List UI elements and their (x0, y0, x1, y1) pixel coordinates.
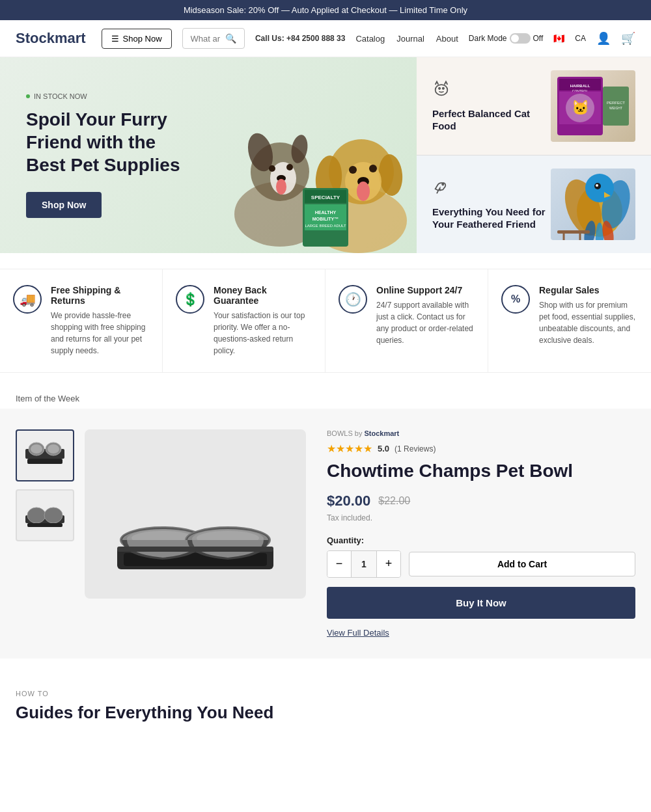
svg-text:🐱: 🐱 (572, 99, 590, 116)
quantity-control: − 1 + (327, 550, 401, 578)
svg-point-6 (269, 165, 275, 172)
svg-point-60 (44, 508, 62, 523)
announcement-text: Midseason Sale: 20% Off — Auto Applied a… (184, 5, 467, 15)
guides-section: HOW TO Guides for Everything You Need (0, 674, 651, 738)
product-images (16, 429, 306, 599)
product-thumbnails (16, 429, 74, 541)
svg-text:WEIGHT: WEIGHT (609, 106, 622, 110)
bird-card[interactable]: Everything You Need for Your Feathered F… (417, 156, 651, 253)
hero-section: IN STOCK NOW Spoil Your Furry Friend wit… (0, 57, 651, 253)
search-icon: 🔍 (225, 33, 236, 44)
quantity-label: Quantity: (327, 535, 635, 545)
svg-rect-72 (117, 547, 273, 552)
thumb-bowl-2-svg (22, 496, 68, 535)
svg-point-45 (596, 184, 598, 187)
header: Stockmart ☰ Shop Now 🔍 Call Us: +84 2500… (0, 20, 651, 57)
main-nav: Catalog Journal About (355, 34, 458, 44)
svg-text:MOBILITY™: MOBILITY™ (312, 217, 339, 221)
nav-catalog[interactable]: Catalog (355, 34, 385, 44)
cart-button[interactable]: 🛒 (621, 31, 635, 46)
price-old: $22.00 (378, 495, 410, 507)
cat-icon (432, 80, 551, 102)
quantity-row: − 1 + Add to Cart (327, 550, 635, 578)
svg-point-28 (443, 87, 444, 88)
hero-dogs-image: SPECIALTY HEALTHY MOBILITY™ LARGE BREED … (189, 57, 417, 253)
quantity-increase-button[interactable]: + (377, 551, 400, 577)
feature-sales-desc: Shop with us for premium pet food, essen… (539, 299, 638, 346)
features-section: 🚚 Free Shipping & Returns We provide has… (0, 269, 651, 373)
cat-card-text: Perfect Balanced Cat Food (432, 80, 551, 133)
cart-icon: 🛒 (621, 32, 635, 45)
search-input[interactable] (191, 34, 220, 44)
view-full-details-link[interactable]: View Full Details (327, 628, 635, 638)
svg-text:SPECIALTY: SPECIALTY (311, 195, 340, 200)
feature-support-title: Online Support 24/7 (376, 285, 475, 295)
thumbnail-2[interactable] (16, 489, 74, 541)
feature-support: 🕐 Online Support 24/7 24/7 support avail… (326, 269, 488, 372)
support-icon: 🕐 (339, 285, 367, 314)
feature-support-content: Online Support 24/7 24/7 support availab… (376, 285, 475, 346)
feature-moneyback-title: Money Back Guarantee (214, 285, 312, 306)
feature-sales: % Regular Sales Shop with us for premium… (488, 269, 651, 372)
parrot-svg (551, 169, 635, 240)
svg-point-9 (276, 179, 286, 195)
shop-now-button[interactable]: ☰ Shop Now (102, 29, 172, 49)
svg-text:LARGE BREED ADULT: LARGE BREED ADULT (305, 224, 346, 228)
feature-sales-content: Regular Sales Shop with us for premium p… (539, 285, 638, 346)
item-of-week-label: Item of the Week (0, 394, 651, 403)
main-product-image (85, 429, 306, 599)
dogs-svg: SPECIALTY HEALTHY MOBILITY™ LARGE BREED … (202, 71, 417, 253)
product-rating: ★★★★★ 5.0 (1 Reviews) (327, 442, 635, 455)
svg-point-56 (48, 444, 59, 453)
svg-rect-57 (27, 459, 62, 464)
feature-sales-title: Regular Sales (539, 285, 638, 295)
svg-point-18 (357, 182, 370, 201)
svg-point-59 (27, 508, 46, 523)
feature-shipping-desc: We provide hassle-free shopping with fre… (51, 310, 149, 357)
svg-point-16 (369, 165, 377, 172)
hero-left-panel: IN STOCK NOW Spoil Your Furry Friend wit… (0, 57, 417, 253)
reviews-count: (1 Reviews) (395, 444, 436, 453)
account-button[interactable]: 👤 (596, 31, 611, 46)
breadcrumb-brand-link[interactable]: Stockmart (364, 429, 399, 437)
feature-support-desc: 24/7 support available with just a click… (376, 299, 475, 346)
hero-shop-button[interactable]: Shop Now (26, 192, 102, 218)
announcement-bar: Midseason Sale: 20% Off — Auto Applied a… (0, 0, 651, 20)
shipping-icon: 🚚 (13, 285, 42, 314)
feature-moneyback-content: Money Back Guarantee Your satisfaction i… (214, 285, 312, 357)
quantity-decrease-button[interactable]: − (327, 551, 351, 577)
nav-about[interactable]: About (436, 34, 458, 44)
add-to-cart-button[interactable]: Add to Cart (409, 552, 635, 576)
region-flag: 🇨🇦 (553, 33, 564, 44)
nav-journal[interactable]: Journal (396, 34, 424, 44)
product-title: Chowtime Champs Pet Bowl (327, 460, 635, 482)
dark-mode-toggle[interactable]: Dark Mode Off (469, 33, 543, 44)
tax-note: Tax included. (327, 513, 635, 522)
svg-point-54 (31, 444, 42, 453)
in-stock-dot (26, 94, 30, 98)
region-code: CA (575, 34, 586, 43)
svg-text:HEALTHY: HEALTHY (315, 210, 337, 215)
call-us: Call Us: +84 2500 888 33 (255, 34, 345, 43)
moneyback-icon: 💲 (176, 285, 204, 314)
quantity-value: 1 (351, 551, 377, 577)
cat-card-image: HAIRBALL CONTROL 🐱 PERFECT WEIGHT (551, 70, 635, 142)
hamburger-icon: ☰ (111, 34, 119, 44)
svg-rect-61 (27, 523, 62, 527)
cat-card[interactable]: Perfect Balanced Cat Food HAIRBALL CONTR… (417, 57, 651, 156)
sales-icon: % (501, 285, 530, 314)
buy-now-button[interactable]: Buy It Now (327, 587, 635, 619)
bird-icon (432, 178, 551, 200)
feature-shipping: 🚚 Free Shipping & Returns We provide has… (0, 269, 163, 372)
product-breadcrumb: BOWLS by Stockmart (327, 429, 635, 437)
thumb-bowl-1-svg (22, 436, 68, 475)
item-of-week-section: BOWLS by Stockmart ★★★★★ 5.0 (1 Reviews)… (0, 409, 651, 658)
logo[interactable]: Stockmart (16, 30, 86, 47)
svg-point-15 (349, 166, 357, 174)
product-info: BOWLS by Stockmart ★★★★★ 5.0 (1 Reviews)… (327, 429, 635, 638)
bird-card-title: Everything You Need for Your Feathered F… (432, 206, 551, 231)
svg-point-7 (286, 164, 293, 170)
thumbnail-1[interactable] (16, 429, 74, 481)
price-current: $20.00 (327, 493, 370, 509)
dark-mode-track[interactable] (510, 33, 531, 44)
